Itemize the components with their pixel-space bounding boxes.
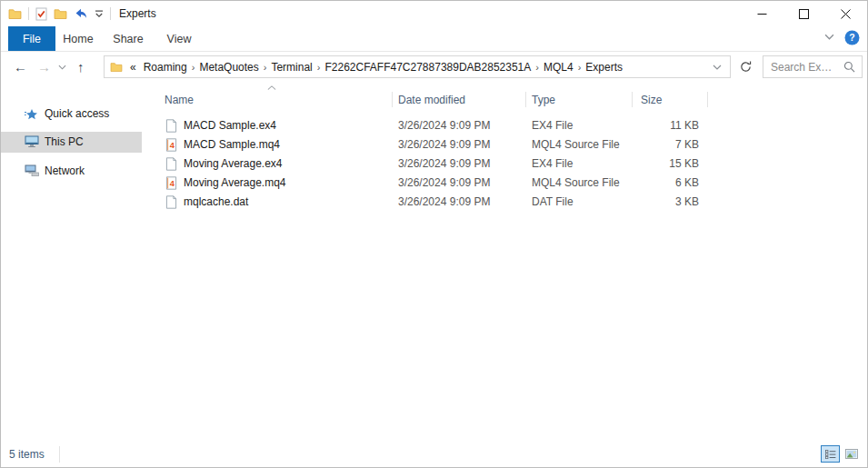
close-button[interactable]: [824, 1, 866, 26]
magnifier-icon[interactable]: [843, 61, 862, 73]
table-row[interactable]: 4 Moving Average.mq4 3/26/2024 9:09 PM M…: [146, 174, 867, 193]
refresh-icon[interactable]: [733, 55, 757, 78]
file-name: Moving Average.ex4: [184, 154, 283, 174]
column-resize-handle[interactable]: [525, 92, 526, 107]
svg-text:4: 4: [170, 179, 175, 188]
table-row[interactable]: Moving Average.ex4 3/26/2024 9:09 PM EX4…: [146, 154, 867, 174]
file-explorer-window: Experts File Home Share View: [0, 0, 868, 468]
file-date: 3/26/2024 9:09 PM: [398, 193, 490, 212]
help-icon[interactable]: ?: [844, 30, 860, 45]
forward-button[interactable]: →: [37, 51, 51, 83]
mq4-file-icon: 4: [165, 138, 177, 152]
tab-share-label: Share: [113, 33, 143, 45]
file-size: 6 KB: [604, 174, 699, 193]
file-name: Moving Average.mq4: [184, 174, 286, 193]
address-bar-row: ← → ↑ « Roaming › MetaQuotes › Terminal …: [1, 51, 867, 83]
tab-home-label: Home: [63, 33, 93, 45]
expand-ribbon-chevron-icon[interactable]: [824, 34, 834, 40]
breadcrumb-segment-roaming[interactable]: Roaming: [140, 61, 191, 74]
sidebar-item-quick-access[interactable]: Quick access: [1, 104, 142, 124]
title-bar: Experts: [1, 1, 867, 26]
window-title: Experts: [119, 1, 156, 26]
column-resize-handle[interactable]: [707, 92, 708, 107]
table-row[interactable]: mqlcache.dat 3/26/2024 9:09 PM DAT File …: [146, 193, 867, 212]
undo-icon[interactable]: [74, 7, 88, 20]
details-view-button[interactable]: [821, 445, 840, 463]
new-folder-icon[interactable]: [54, 8, 67, 19]
address-dropdown-chevron-icon[interactable]: [713, 65, 730, 70]
file-name: MACD Sample.ex4: [184, 116, 276, 135]
file-date: 3/26/2024 9:09 PM: [398, 116, 490, 135]
mq4-file-icon: 4: [165, 176, 177, 190]
file-list-pane: Name Date modified Type Size MACD Sample…: [146, 83, 867, 442]
column-resize-handle[interactable]: [632, 92, 633, 107]
navigation-pane: Quick access This PC Network: [1, 83, 146, 442]
sidebar-item-label: Network: [45, 161, 85, 182]
tab-home[interactable]: Home: [55, 26, 101, 51]
file-size: 11 KB: [604, 116, 699, 135]
svg-text:?: ?: [849, 32, 854, 43]
column-header-size[interactable]: Size: [641, 89, 662, 111]
file-type: DAT File: [532, 193, 574, 212]
search-input[interactable]: [763, 61, 843, 74]
folder-icon[interactable]: [8, 8, 22, 19]
sort-ascending-icon: [267, 85, 276, 90]
qat-dropdown-icon[interactable]: [95, 10, 104, 18]
sidebar-item-this-pc[interactable]: This PC: [1, 132, 142, 153]
search-box: [763, 55, 863, 78]
sidebar-item-label: This PC: [45, 132, 84, 153]
tab-file-label: File: [23, 33, 41, 45]
file-size: 3 KB: [604, 193, 699, 212]
file-name: mqlcache.dat: [184, 193, 248, 212]
breadcrumb-segment-guid[interactable]: F2262CFAFF47C27887389DAB2852351A: [321, 61, 534, 74]
svg-text:4: 4: [170, 141, 175, 150]
window-controls: [741, 1, 866, 26]
file-type: EX4 File: [532, 154, 573, 174]
quick-access-star-icon: [25, 107, 39, 121]
file-generic-icon: [165, 119, 177, 133]
recent-locations-chevron-icon[interactable]: [58, 65, 66, 70]
tab-view-label: View: [167, 33, 192, 45]
column-header-date-modified[interactable]: Date modified: [398, 89, 465, 111]
tab-file[interactable]: File: [8, 26, 55, 51]
file-date: 3/26/2024 9:09 PM: [398, 154, 490, 174]
file-size: 7 KB: [604, 135, 699, 154]
file-date: 3/26/2024 9:09 PM: [398, 135, 490, 154]
minimize-button[interactable]: [741, 1, 783, 26]
up-button[interactable]: ↑: [77, 51, 85, 83]
file-date: 3/26/2024 9:09 PM: [398, 174, 490, 193]
column-header-name[interactable]: Name: [165, 89, 194, 111]
thumbnail-view-icon: [845, 449, 858, 459]
sidebar-item-label: Quick access: [45, 104, 109, 124]
folder-icon: [110, 62, 123, 72]
table-row[interactable]: 4 MACD Sample.mq4 3/26/2024 9:09 PM MQL4…: [146, 135, 867, 154]
quick-access-toolbar: [8, 1, 111, 26]
file-name: MACD Sample.mq4: [184, 135, 280, 154]
table-row[interactable]: MACD Sample.ex4 3/26/2024 9:09 PM EX4 Fi…: [146, 116, 867, 135]
breadcrumb-segment-terminal[interactable]: Terminal: [267, 61, 315, 74]
maximize-button[interactable]: [783, 1, 824, 26]
tab-share[interactable]: Share: [105, 26, 152, 51]
tab-view[interactable]: View: [155, 26, 203, 51]
status-separator: [59, 446, 60, 463]
breadcrumb-overflow[interactable]: «: [126, 61, 140, 74]
back-button[interactable]: ←: [14, 51, 27, 83]
file-generic-icon: [165, 157, 177, 171]
properties-check-icon[interactable]: [35, 7, 47, 21]
thumbnail-view-button[interactable]: [842, 445, 861, 463]
breadcrumb-segment-metaquotes[interactable]: MetaQuotes: [195, 61, 262, 74]
breadcrumb-segment-mql4[interactable]: MQL4: [540, 61, 577, 74]
this-pc-monitor-icon: [25, 135, 39, 148]
file-size: 15 KB: [604, 154, 699, 174]
toolbar-separator: [110, 7, 111, 20]
ribbon-tab-bar: File Home Share View ?: [1, 26, 867, 52]
column-header-type[interactable]: Type: [532, 89, 555, 111]
file-generic-icon: [165, 195, 177, 209]
details-view-icon: [825, 450, 836, 459]
breadcrumb-segment-experts[interactable]: Experts: [582, 61, 626, 74]
address-bar[interactable]: « Roaming › MetaQuotes › Terminal › F226…: [104, 55, 731, 78]
network-icon: [25, 164, 39, 177]
column-resize-handle[interactable]: [392, 92, 393, 107]
toolbar-separator: [28, 7, 29, 20]
sidebar-item-network[interactable]: Network: [1, 161, 142, 182]
